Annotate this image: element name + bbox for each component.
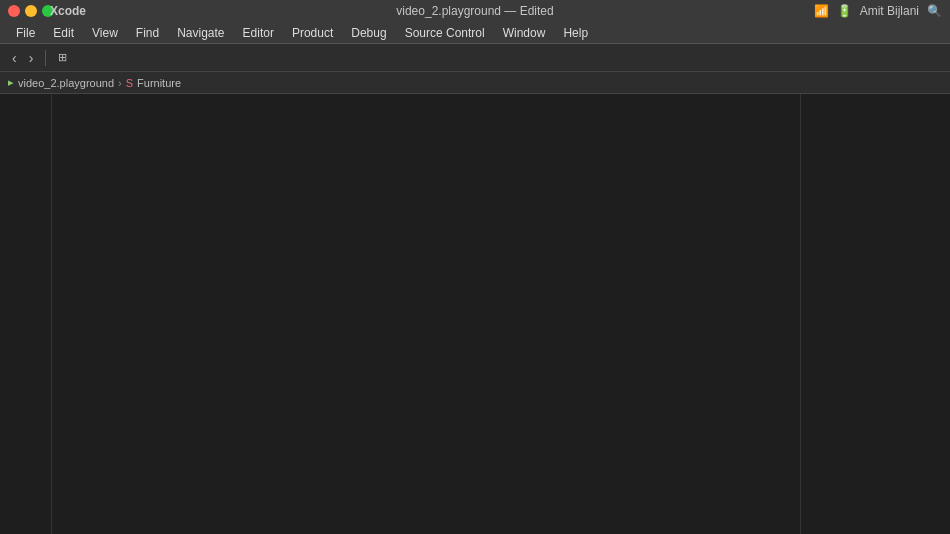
menu-source-control[interactable]: Source Control xyxy=(397,24,493,42)
title-bar: Xcode video_2.playground — Edited 📶 🔋 Am… xyxy=(0,0,950,22)
toolbar-divider xyxy=(45,50,46,66)
error-indicator-column xyxy=(0,94,14,534)
menu-window[interactable]: Window xyxy=(495,24,554,42)
breadcrumb-file[interactable]: Furniture xyxy=(137,77,181,89)
forward-button[interactable]: › xyxy=(25,48,38,68)
grid-button[interactable]: ⊞ xyxy=(54,49,71,66)
menu-edit[interactable]: Edit xyxy=(45,24,82,42)
breadcrumb-file-icon: S xyxy=(126,77,133,89)
menubar: File Edit View Find Navigate Editor Prod… xyxy=(0,22,950,44)
breadcrumb-playground-icon: ▸ xyxy=(8,76,14,89)
app-name: Xcode xyxy=(50,4,86,18)
toolbar: ‹ › ⊞ xyxy=(0,44,950,72)
back-button[interactable]: ‹ xyxy=(8,48,21,68)
right-controls: 📶 🔋 Amit Bijlani 🔍 xyxy=(814,4,942,18)
breadcrumb-separator: › xyxy=(118,77,122,89)
menu-product[interactable]: Product xyxy=(284,24,341,42)
main-area xyxy=(0,94,950,534)
menu-find[interactable]: Find xyxy=(128,24,167,42)
battery-icon: 🔋 xyxy=(837,4,852,18)
menu-navigate[interactable]: Navigate xyxy=(169,24,232,42)
menu-file[interactable]: File xyxy=(8,24,43,42)
minimize-button[interactable] xyxy=(25,5,37,17)
app-icon: Xcode xyxy=(50,4,86,18)
code-editor[interactable] xyxy=(52,94,800,534)
menu-debug[interactable]: Debug xyxy=(343,24,394,42)
breadcrumb-playground[interactable]: video_2.playground xyxy=(18,77,114,89)
menu-editor[interactable]: Editor xyxy=(235,24,282,42)
menu-help[interactable]: Help xyxy=(555,24,596,42)
user-name: Amit Bijlani xyxy=(860,4,919,18)
result-sidebar xyxy=(800,94,950,534)
wifi-icon: 📶 xyxy=(814,4,829,18)
menu-view[interactable]: View xyxy=(84,24,126,42)
traffic-lights xyxy=(8,5,54,17)
window-title: video_2.playground — Edited xyxy=(396,4,553,18)
line-numbers-gutter xyxy=(14,94,52,534)
search-icon[interactable]: 🔍 xyxy=(927,4,942,18)
close-button[interactable] xyxy=(8,5,20,17)
breadcrumb: ▸ video_2.playground › S Furniture xyxy=(0,72,950,94)
